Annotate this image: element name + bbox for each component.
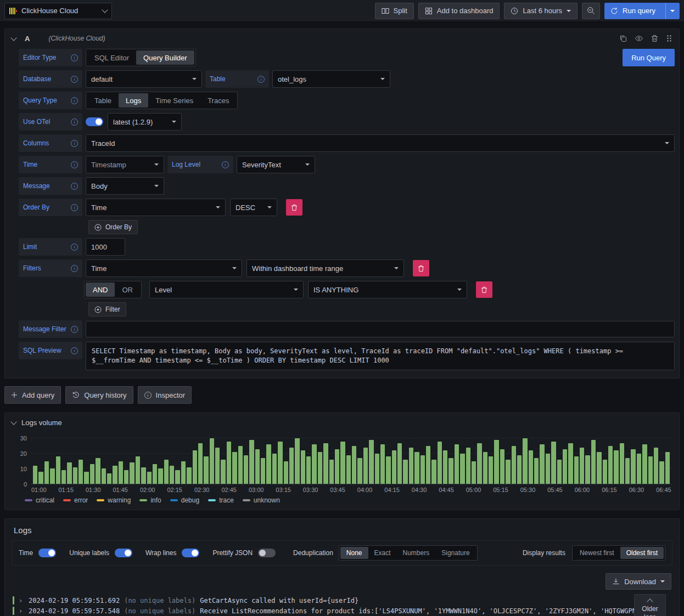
logs-volume-header[interactable]: Logs volume (5, 413, 679, 432)
query-type-table[interactable]: Table (87, 93, 119, 108)
dedup-exact[interactable]: Exact (368, 547, 397, 559)
older-logs-button[interactable]: Older logs (634, 594, 666, 616)
remove-filter2-button[interactable] (476, 281, 492, 298)
add-query-button[interactable]: Add query (4, 386, 61, 404)
log-rows: ›2024-02-19 05:59:51.692(no unique label… (13, 595, 671, 616)
older-logs-label: Older logs (638, 605, 662, 616)
legend-item-critical[interactable]: critical (25, 496, 54, 504)
info-icon[interactable] (222, 161, 229, 168)
legend-item-error[interactable]: error (63, 496, 88, 504)
add-filter-button[interactable]: Filter (88, 302, 126, 317)
expand-chevron-icon[interactable]: › (19, 607, 24, 615)
volume-bar (318, 452, 322, 484)
volume-bar (244, 455, 248, 484)
datasource-picker[interactable]: ClickHouse Cloud (4, 3, 112, 19)
zoom-out-button[interactable] (582, 3, 600, 19)
legend-item-info[interactable]: info (139, 496, 161, 504)
query-type-logs[interactable]: Logs (119, 93, 148, 108)
logs-volume-chart[interactable]: 0102030 (13, 434, 671, 484)
info-icon[interactable] (71, 54, 78, 61)
disable-query-eye-icon[interactable] (635, 35, 643, 42)
remove-order-by-button[interactable] (286, 199, 302, 216)
run-query-dropdown[interactable] (665, 3, 679, 19)
info-icon[interactable] (71, 204, 78, 211)
drag-handle-icon[interactable] (666, 35, 672, 42)
collapse-chevron-icon[interactable] (10, 419, 16, 425)
limit-input[interactable] (86, 238, 125, 256)
message-column-select[interactable]: Body (86, 177, 164, 195)
download-button[interactable]: Download (605, 573, 671, 590)
expand-chevron-icon[interactable]: › (19, 597, 24, 604)
info-icon[interactable] (71, 140, 78, 147)
info-icon[interactable] (257, 76, 265, 83)
info-icon[interactable] (71, 161, 78, 168)
run-query-button[interactable]: Run query (604, 3, 680, 19)
volume-bar (409, 448, 413, 484)
inspector-button[interactable]: Inspector (138, 386, 192, 404)
order-by-direction-select[interactable]: DESC (230, 199, 277, 216)
legend-item-trace[interactable]: trace (208, 496, 234, 504)
dedup-signature[interactable]: Signature (435, 547, 475, 559)
use-otel-toggle[interactable] (86, 117, 103, 126)
volume-bar (506, 460, 510, 484)
clickhouse-logo (9, 7, 17, 15)
filter-operator-and[interactable]: AND (86, 282, 115, 297)
columns-multiselect[interactable]: TraceId (86, 134, 675, 152)
unique-labels-toggle[interactable] (115, 549, 132, 557)
delete-query-icon[interactable] (651, 35, 658, 42)
order-by-column-select[interactable]: Time (86, 199, 226, 216)
otel-version-select[interactable]: latest (1.2.9) (108, 113, 182, 131)
duplicate-query-icon[interactable] (619, 35, 627, 42)
add-order-by-button[interactable]: Order By (88, 220, 138, 234)
query-history-button[interactable]: Query history (65, 386, 133, 404)
legend-item-debug[interactable]: debug (170, 496, 199, 504)
filter-operator-or[interactable]: OR (115, 282, 140, 297)
editor-type-sql-editor[interactable]: SQL Editor (87, 50, 136, 65)
trash-icon (291, 204, 298, 211)
info-icon[interactable] (71, 76, 78, 83)
chart-plot-area[interactable] (31, 434, 671, 484)
query-editor-panel: A (ClickHouse Cloud) Editor Type SQL Edi (4, 29, 680, 378)
legend-item-warning[interactable]: warning (97, 496, 131, 504)
split-button[interactable]: Split (375, 3, 414, 19)
add-to-dashboard-button[interactable]: Add to dashboard (418, 3, 500, 19)
time-toggle[interactable] (38, 549, 56, 557)
display-newest-first[interactable]: Newest first (574, 547, 620, 559)
query-type-traces[interactable]: Traces (200, 93, 236, 108)
database-value: default (91, 75, 113, 83)
log-level-select[interactable]: SeverityText (237, 156, 315, 173)
info-icon[interactable] (71, 265, 78, 272)
wrap-lines-toggle[interactable] (182, 549, 199, 557)
database-label: Database (19, 70, 82, 88)
collapse-chevron-icon[interactable] (10, 35, 16, 41)
query-type-time-series[interactable]: Time Series (148, 93, 200, 108)
editor-type-query-builder[interactable]: Query Builder (136, 50, 194, 65)
volume-bar (494, 440, 498, 484)
table-select[interactable]: otel_logs (272, 70, 390, 88)
info-icon[interactable] (71, 118, 78, 126)
filter2-column-select[interactable]: Level (149, 281, 304, 298)
time-column-select[interactable]: Timestamp (86, 156, 164, 173)
chevron-down-icon (154, 185, 159, 189)
dedup-numbers[interactable]: Numbers (397, 547, 436, 559)
info-icon[interactable] (71, 97, 78, 104)
remove-filter1-button[interactable] (413, 260, 429, 276)
log-row[interactable]: ›2024-02-19 05:59:57.548(no unique label… (13, 606, 671, 616)
info-icon[interactable] (71, 183, 78, 190)
message-filter-input[interactable] (86, 321, 675, 337)
info-icon[interactable] (71, 244, 78, 251)
filter1-value-select[interactable]: Within dashboard time range (246, 259, 404, 277)
database-select[interactable]: default (86, 70, 202, 88)
prettify-json-toggle[interactable] (258, 549, 276, 557)
info-icon[interactable] (71, 347, 78, 354)
filter2-operator-select[interactable]: IS ANYTHING (308, 281, 467, 298)
dedup-none[interactable]: None (340, 547, 368, 559)
legend-item-unknown[interactable]: unknown (243, 496, 280, 504)
query-panel-header[interactable]: A (ClickHouse Cloud) (5, 29, 679, 48)
info-icon[interactable] (71, 326, 78, 333)
time-range-picker[interactable]: Last 6 hours (504, 3, 578, 19)
run-query-panel-button[interactable]: Run Query (623, 49, 675, 66)
display-oldest-first[interactable]: Oldest first (620, 547, 664, 559)
log-row[interactable]: ›2024-02-19 05:59:51.692(no unique label… (13, 595, 671, 606)
filter1-column-select[interactable]: Time (86, 259, 242, 277)
